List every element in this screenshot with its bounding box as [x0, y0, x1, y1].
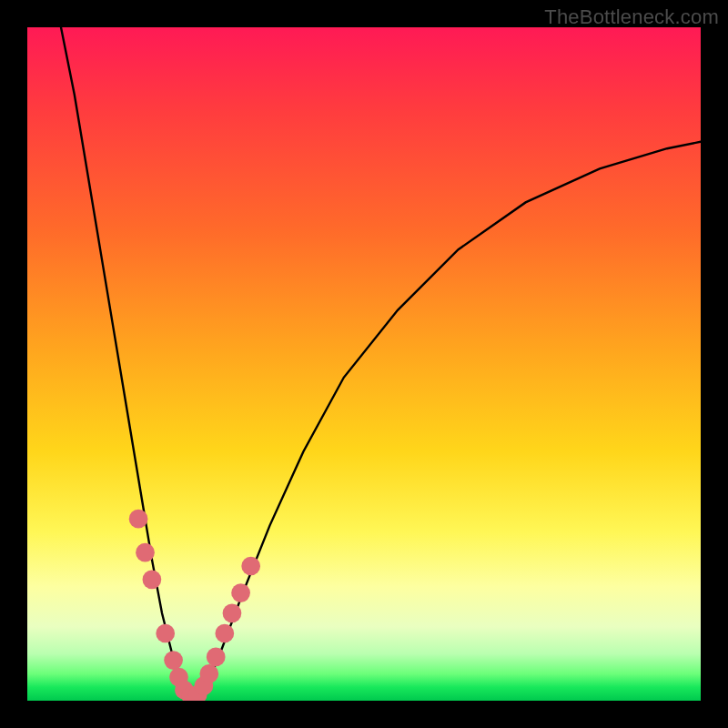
marker-point: [164, 651, 183, 670]
marker-point: [241, 557, 260, 576]
marker-point: [143, 570, 162, 589]
marker-point: [223, 603, 242, 622]
marker-point: [207, 648, 226, 667]
chart-svg: [27, 27, 701, 701]
marker-point: [215, 624, 234, 643]
marker-point: [129, 510, 148, 529]
marker-point: [199, 664, 218, 683]
marker-point: [231, 583, 250, 602]
bottleneck-curve: [61, 27, 701, 696]
watermark-text: TheBottleneck.com: [544, 5, 719, 29]
plot-area: [27, 27, 701, 701]
chart-frame: TheBottleneck.com: [0, 0, 728, 728]
marker-point: [136, 543, 155, 562]
marker-point: [156, 624, 175, 643]
